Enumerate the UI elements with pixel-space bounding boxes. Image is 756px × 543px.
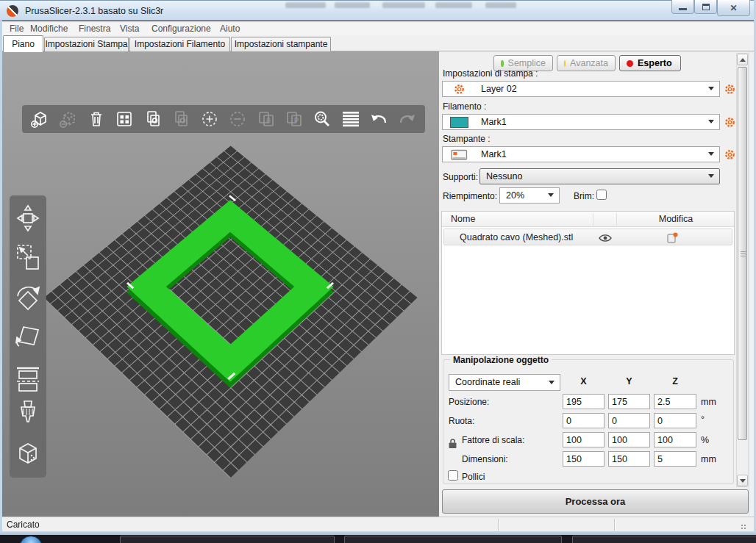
copy-icon[interactable] bbox=[140, 107, 166, 131]
maximize-button[interactable] bbox=[694, 0, 717, 14]
size-z-input[interactable] bbox=[654, 451, 696, 467]
inches-checkbox[interactable] bbox=[448, 470, 458, 481]
position-x-input[interactable] bbox=[563, 394, 605, 409]
taskbar-button[interactable] bbox=[120, 536, 335, 543]
size-label: Dimensioni: bbox=[462, 454, 508, 464]
tab-impostazioni-filamento[interactable]: Impostazioni Filamento bbox=[129, 37, 230, 51]
size-x-input[interactable] bbox=[563, 451, 605, 467]
minimize-icon bbox=[679, 8, 687, 10]
filament-gear-button[interactable] bbox=[724, 116, 736, 129]
print-settings-gear-button[interactable] bbox=[724, 83, 736, 96]
column-separator bbox=[616, 213, 617, 226]
menu-vista[interactable]: Vista bbox=[120, 24, 139, 34]
cut-icon[interactable] bbox=[14, 359, 42, 393]
add-instance-icon[interactable] bbox=[196, 107, 223, 131]
start-orb-icon[interactable] bbox=[19, 536, 43, 543]
mode-advanced-button[interactable]: Avanzata bbox=[557, 55, 616, 71]
print-settings-combo[interactable]: Layer 02 bbox=[442, 81, 720, 97]
rotate-x-input[interactable] bbox=[563, 413, 605, 428]
supports-combo[interactable]: Nessuno bbox=[479, 168, 720, 184]
infill-combo[interactable]: 20% bbox=[499, 187, 560, 204]
redo-icon[interactable] bbox=[393, 107, 420, 131]
menu-finestra[interactable]: Finestra bbox=[79, 24, 110, 34]
delete-all-icon[interactable] bbox=[83, 107, 110, 131]
menu-file[interactable]: File bbox=[10, 24, 24, 34]
size-y-input[interactable] bbox=[608, 451, 650, 467]
windows-taskbar bbox=[0, 535, 756, 543]
print-bed[interactable] bbox=[43, 145, 417, 478]
paint-supports-icon[interactable] bbox=[14, 398, 42, 432]
taskbar-button[interactable] bbox=[344, 536, 562, 543]
object-row[interactable]: Quadrato cavo (Meshed).stl bbox=[443, 229, 732, 245]
delete-icon[interactable] bbox=[54, 107, 81, 131]
resize-grip[interactable] bbox=[741, 525, 747, 531]
scale-y-input[interactable] bbox=[608, 432, 650, 447]
thumb-grip bbox=[741, 251, 746, 252]
rotate-icon[interactable] bbox=[14, 280, 42, 314]
rotate-y-input[interactable] bbox=[608, 413, 650, 428]
printer-combo[interactable]: Mark1 bbox=[442, 146, 720, 162]
object-list-header: Nome Modifica bbox=[442, 212, 734, 227]
axis-x-header: X bbox=[563, 376, 605, 386]
position-z-input[interactable] bbox=[654, 394, 696, 409]
split-parts-icon[interactable]: P bbox=[281, 107, 307, 131]
simple-dot-icon bbox=[501, 60, 504, 67]
rotate-z-input[interactable] bbox=[654, 413, 696, 428]
menu-configurazione[interactable]: Configurazione bbox=[151, 24, 211, 34]
chevron-down-icon bbox=[708, 87, 714, 90]
move-icon[interactable] bbox=[14, 201, 42, 235]
split-objects-icon[interactable]: 0 bbox=[252, 107, 279, 131]
filament-label: Filamento : bbox=[443, 101, 486, 112]
scale-icon[interactable] bbox=[14, 241, 42, 275]
position-y-input[interactable] bbox=[608, 394, 650, 409]
status-bar: Caricato bbox=[2, 517, 754, 531]
paste-icon[interactable] bbox=[168, 107, 194, 131]
edit-object-icon[interactable] bbox=[666, 231, 679, 244]
background-window-smudge bbox=[435, 2, 472, 8]
infill-value: 20% bbox=[506, 188, 524, 203]
tab-impostazioni-stampante[interactable]: Impostazioni stampante bbox=[231, 37, 331, 51]
visibility-eye-icon[interactable] bbox=[599, 234, 612, 242]
size-unit: mm bbox=[701, 454, 716, 464]
menu-modifiche[interactable]: Modifiche bbox=[30, 24, 68, 34]
variable-layer-height-icon[interactable] bbox=[338, 107, 364, 131]
scroll-down-button[interactable] bbox=[737, 475, 748, 486]
menu-aiuto[interactable]: Aiuto bbox=[220, 24, 240, 34]
viewport-3d[interactable]: 0 P bbox=[2, 51, 439, 517]
name-column-header[interactable]: Nome bbox=[451, 214, 475, 224]
lock-icon[interactable] bbox=[448, 438, 457, 449]
minimize-button[interactable] bbox=[671, 0, 694, 14]
scale-z-input[interactable] bbox=[654, 432, 696, 447]
scale-x-input[interactable] bbox=[563, 432, 605, 447]
coordinates-combo[interactable]: Coordinate reali bbox=[449, 374, 560, 391]
undo-icon[interactable] bbox=[365, 107, 392, 131]
tab-piano[interactable]: Piano bbox=[3, 35, 43, 52]
process-now-label: Processa ora bbox=[566, 496, 626, 507]
close-button[interactable]: ✕ bbox=[717, 0, 750, 16]
panel-scrollbar[interactable] bbox=[736, 53, 749, 487]
printer-gear-button[interactable] bbox=[724, 148, 736, 161]
column-separator bbox=[593, 213, 593, 226]
add-icon[interactable] bbox=[26, 107, 53, 131]
mode-expert-button[interactable]: Esperto bbox=[619, 55, 681, 71]
process-now-button[interactable]: Processa ora bbox=[442, 489, 749, 514]
taskbar-button[interactable] bbox=[572, 536, 756, 543]
search-icon[interactable] bbox=[309, 107, 335, 131]
filament-combo[interactable]: Mark1 bbox=[442, 114, 720, 130]
tab-impostazioni-stampa[interactable]: Impostazioni Stampa bbox=[44, 37, 129, 51]
scroll-thumb[interactable] bbox=[738, 67, 747, 440]
place-on-face-icon[interactable] bbox=[14, 320, 42, 353]
seam-icon[interactable] bbox=[14, 438, 42, 472]
rotate-unit: ° bbox=[701, 414, 705, 425]
model-quadrato-cavo[interactable] bbox=[126, 200, 333, 381]
chevron-down-icon bbox=[708, 174, 714, 178]
coordinates-value: Coordinate reali bbox=[455, 375, 520, 390]
arrange-icon[interactable] bbox=[111, 107, 138, 131]
modify-column-header[interactable]: Modifica bbox=[632, 214, 720, 224]
title-bar: PrusaSlicer-2.3.1 basato su Slic3r bbox=[0, 0, 756, 21]
maximize-icon bbox=[702, 4, 710, 10]
remove-instance-icon[interactable] bbox=[224, 107, 251, 131]
scroll-up-button[interactable] bbox=[737, 54, 748, 65]
brim-checkbox[interactable] bbox=[596, 190, 607, 200]
manipulation-title: Manipolazione oggetto bbox=[450, 355, 552, 365]
